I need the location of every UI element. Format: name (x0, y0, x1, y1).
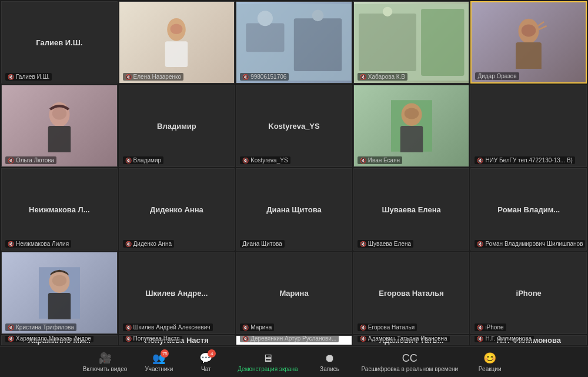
display-name-galiev: Галиев И.Ш. (34, 38, 85, 47)
bottom-name-didenko: 🔇Диденко Анна (123, 240, 174, 248)
svg-point-23 (404, 108, 419, 119)
toolbar-transcribe[interactable]: CCРасшифровка в реальном времени (362, 352, 459, 372)
video-cell-shuvaeva[interactable]: Шуваева Елена🔇Шуваева Елена (353, 168, 470, 251)
screen-label: Демонстрация экрана (238, 366, 298, 372)
name-text-habarova: Хабарова К.В (368, 74, 405, 80)
name-text-didenko: Диденко Анна (133, 241, 172, 247)
toolbar-reactions[interactable]: 😊Реакции (475, 352, 505, 372)
svg-rect-1 (165, 41, 188, 67)
video-cell-egorova[interactable]: Егорова Наталья🔇Егорова Наталья (353, 252, 470, 334)
video-label: Включить видео (83, 366, 128, 372)
toolbar-participants[interactable]: 👥75Участники (143, 352, 174, 372)
mic-off-icon: 🔇 (242, 74, 249, 80)
participants-label: Участники (145, 366, 173, 372)
name-text-elena: Елена Назаренко (133, 74, 181, 80)
display-name-vladimir: Владимир (155, 122, 199, 131)
video-cell-adamovich[interactable]: Адамович Тать...🔇Адамович Татьяна Иванов… (353, 335, 470, 345)
mic-off-icon: 🔇 (8, 325, 14, 331)
mic-off-icon: 🔇 (125, 158, 132, 164)
bottom-name-belgu: 🔇НИУ БелГУ тел.4722130-13... В) (475, 156, 575, 164)
mic-off-icon: 🔇 (360, 241, 366, 247)
bottom-name-filimonova: 🔇Н.Г. Филимонова (475, 335, 534, 342)
bottom-name-shkilev: 🔇Шкилев Андрей Алексеевич (123, 323, 213, 331)
video-cell-marina[interactable]: Марина🔇Марина (236, 252, 352, 334)
video-cell-iphone[interactable]: iPhone🔇iPhone (470, 252, 587, 334)
name-text-kostyreva: Kostyreva_YS (250, 157, 288, 164)
svg-rect-18 (48, 126, 71, 152)
svg-point-14 (522, 24, 536, 36)
video-cell-kristina[interactable]: 🔇Кристина Трифилова (1, 252, 118, 334)
mic-off-icon: 🔇 (477, 325, 483, 331)
mic-off-icon: 🔇 (477, 158, 483, 164)
video-cell-neijmakova[interactable]: Неижмакова Л...🔇Неижмакова Лилия (1, 168, 118, 251)
bottom-name-derevyankin: 🔇Деревянкин Артур Русланови... (240, 335, 339, 342)
video-cell-roman[interactable]: Роман Владим...🔇Роман Владимирович Шилиш… (470, 168, 587, 251)
bottom-name-didar: Дидар Оразов (475, 72, 519, 80)
video-cell-didar[interactable]: Дидар Оразов (470, 1, 587, 84)
photo-number (236, 2, 352, 83)
mic-off-icon: 🔇 (125, 325, 132, 331)
name-text-shuvaeva: Шуваева Елена (368, 241, 411, 247)
display-name-neijmakova: Неижмакова Л... (26, 205, 92, 214)
bottom-name-egorova: 🔇Егорова Наталья (358, 323, 417, 331)
name-text-neijmakova: Неижмакова Лилия (16, 241, 69, 247)
photo-didar (472, 2, 586, 82)
video-cell-filimonova[interactable]: Н.Г. Филимонова🔇Н.Г. Филимонова (470, 335, 587, 345)
video-cell-number[interactable]: 🔇99806151706 (236, 1, 352, 84)
video-cell-kostyreva[interactable]: Kostyreva_YS🔇Kostyreva_YS (236, 85, 352, 167)
mic-off-icon: 🔇 (242, 336, 249, 342)
video-cell-elena[interactable]: 🔇Елена Назаренко (119, 1, 235, 84)
video-cell-haramillo[interactable]: Харамилло Ми...🔇Харамилло Микаэль Андре (1, 335, 118, 345)
video-cell-olga[interactable]: 🔇Ольга Лютова (1, 85, 118, 167)
record-icon: ⏺ (325, 352, 335, 365)
svg-point-11 (383, 7, 392, 16)
toolbar-record[interactable]: ⏺Запись (315, 352, 345, 372)
video-cell-galiev[interactable]: Галиев И.Ш.🔇Галиев И.Ш. (1, 1, 118, 84)
bottom-name-olga: 🔇Ольга Лютова (5, 156, 56, 164)
bottom-name-adamovich: 🔇Адамович Татьяна Ивановна (358, 335, 450, 342)
name-text-popugaeva: Попугаева Настя (133, 335, 180, 342)
bottom-name-marina: 🔇Марина (240, 323, 274, 331)
video-grid: Галиев И.Ш.🔇Галиев И.Ш. 🔇Елена Назаренко… (0, 0, 588, 346)
svg-point-6 (258, 11, 273, 26)
name-text-haramillo: Харамилло Микаэль Андре (16, 335, 91, 342)
svg-point-27 (52, 275, 67, 286)
video-cell-habarova[interactable]: 🔇Хабарова К.В (353, 1, 470, 84)
mic-off-icon: 🔇 (8, 241, 14, 247)
toolbar: 🎥Включить видео👥75Участники💬4Чат🖥Демонст… (0, 346, 588, 377)
chat-label: Чат (201, 366, 211, 372)
bottom-name-roman: 🔇Роман Владимирович Шилишпанов (475, 240, 585, 248)
video-icon: 🎥 (99, 352, 112, 365)
toolbar-screen[interactable]: 🖥Демонстрация экрана (238, 352, 298, 372)
name-text-derevyankin: Деревянкин Артур Русланови... (250, 335, 336, 342)
video-cell-shkilev[interactable]: Шкилев Андре...🔇Шкилев Андрей Алексеевич (119, 252, 235, 334)
video-cell-derevyankin[interactable]: 🔇Деревянкин Артур Русланови... (236, 335, 352, 345)
video-cell-didenko[interactable]: Диденко Анна🔇Диденко Анна (119, 168, 235, 251)
video-cell-ivan[interactable]: 🔇Иван Есаян (353, 85, 470, 167)
bottom-name-ivan: 🔇Иван Есаян (358, 156, 402, 164)
transcribe-label: Расшифровка в реальном времени (362, 366, 459, 372)
toolbar-chat[interactable]: 💬4Чат (191, 352, 221, 372)
mic-off-icon: 🔇 (242, 325, 249, 331)
mic-off-icon: 🔇 (477, 241, 483, 247)
display-name-kostyreva: Kostyreva_YS (266, 122, 322, 131)
reactions-label: Реакции (479, 366, 502, 372)
display-name-diana: Диана Щитова (264, 205, 324, 214)
video-cell-popugaeva[interactable]: Попугаева Настя🔇Попугаева Настя (119, 335, 235, 345)
display-name-egorova: Егорова Наталья (376, 289, 446, 298)
video-cell-diana[interactable]: Диана ЩитоваДиана Щитова (236, 168, 352, 251)
name-text-kristina: Кристина Трифилова (16, 324, 74, 331)
bottom-name-diana: Диана Щитова (240, 240, 285, 248)
svg-rect-13 (516, 42, 542, 69)
chat-badge: 4 (208, 349, 216, 358)
name-text-vladimir: Владимир (133, 157, 162, 164)
mic-off-icon: 🔇 (8, 336, 14, 342)
mic-off-icon: 🔇 (125, 74, 132, 80)
video-cell-belgu[interactable]: 🔇НИУ БелГУ тел.4722130-13... В) (470, 85, 587, 167)
video-cell-vladimir[interactable]: Владимир🔇Владимир (119, 85, 235, 167)
svg-line-16 (539, 26, 547, 29)
display-name-iphone: iPhone (514, 289, 544, 298)
photo-elena (119, 2, 235, 83)
display-name-marina: Марина (277, 289, 310, 298)
toolbar-video[interactable]: 🎥Включить видео (83, 352, 128, 372)
